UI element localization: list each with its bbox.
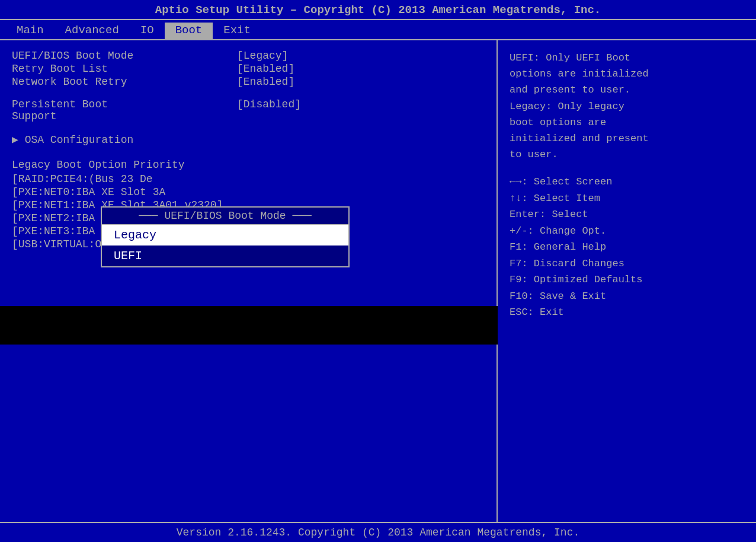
boot-item-0[interactable]: [RAID:PCIE4:(Bus 23 De <box>12 173 485 185</box>
popup-item-legacy[interactable]: Legacy <box>102 225 348 246</box>
bios-screen: Aptio Setup Utility – Copyright (C) 2013… <box>0 0 756 542</box>
nav-exit[interactable]: Exit <box>213 23 261 39</box>
right-panel: UEFI: Only UEFI Boot options are initial… <box>498 40 756 522</box>
key-select-screen: ←→: Select Screen <box>510 174 744 190</box>
key-f10-label: F10: Save & Exit <box>510 289 628 304</box>
black-bar-overlay <box>0 306 498 345</box>
uefi-bios-boot-mode-value: [Legacy] <box>237 50 288 62</box>
key-f7-label: F7: Discard Changes <box>510 256 628 272</box>
osa-configuration-row[interactable]: OSA Configuration <box>12 133 485 146</box>
popup-container: ─── UEFI/BIOS Boot Mode ─── Legacy UEFI <box>101 206 350 267</box>
key-updown-label: ↑↓: Select Item <box>510 191 628 206</box>
left-panel: UEFI/BIOS Boot Mode [Legacy] Retry Boot … <box>0 40 498 522</box>
nav-bar: Main Advanced IO Boot Exit <box>0 20 756 40</box>
footer: Version 2.16.1243. Copyright (C) 2013 Am… <box>0 522 756 542</box>
osa-configuration-label: OSA Configuration <box>12 133 237 146</box>
key-esc-label: ESC: Exit <box>510 305 628 320</box>
key-arrows-label: ←→: Select Screen <box>510 174 628 190</box>
network-boot-retry-value: [Enabled] <box>237 76 294 88</box>
uefi-bios-boot-mode-row[interactable]: UEFI/BIOS Boot Mode [Legacy] <box>12 50 485 62</box>
nav-boot[interactable]: Boot <box>165 23 213 39</box>
key-select-item: ↑↓: Select Item <box>510 191 744 206</box>
key-f1: F1: General Help <box>510 240 744 255</box>
title-text: Aptio Setup Utility – Copyright (C) 2013… <box>155 4 601 17</box>
popup-title: ─── UEFI/BIOS Boot Mode ─── <box>102 208 348 225</box>
spacer-2 <box>12 123 485 133</box>
key-esc: ESC: Exit <box>510 305 744 320</box>
title-bar: Aptio Setup Utility – Copyright (C) 2013… <box>0 0 756 20</box>
key-f7: F7: Discard Changes <box>510 256 744 272</box>
persistent-boot-support-row[interactable]: Persistent BootSupport [Disabled] <box>12 98 485 122</box>
nav-main[interactable]: Main <box>6 23 55 39</box>
legacy-boot-priority-label: Legacy Boot Option Priority <box>12 159 485 171</box>
popup-item-uefi[interactable]: UEFI <box>102 246 348 266</box>
key-change-opt: +/-: Change Opt. <box>510 224 744 239</box>
key-f1-label: F1: General Help <box>510 240 628 255</box>
persistent-boot-support-label: Persistent BootSupport <box>12 98 237 122</box>
key-f9: F9: Optimized Defaults <box>510 272 744 288</box>
key-enter: Enter: Select <box>510 207 744 222</box>
network-boot-retry-row[interactable]: Network Boot Retry [Enabled] <box>12 76 485 88</box>
boot-item-1[interactable]: [PXE:NET0:IBA XE Slot 3A <box>12 186 485 198</box>
uefi-bios-boot-mode-label: UEFI/BIOS Boot Mode <box>12 50 237 62</box>
network-boot-retry-label: Network Boot Retry <box>12 76 237 88</box>
nav-advanced[interactable]: Advanced <box>55 23 130 39</box>
key-plusminus-label: +/-: Change Opt. <box>510 224 628 239</box>
key-enter-label: Enter: Select <box>510 207 628 222</box>
popup-overlay: ─── UEFI/BIOS Boot Mode ─── Legacy UEFI <box>101 206 350 267</box>
spacer-1 <box>12 89 485 98</box>
retry-boot-list-row[interactable]: Retry Boot List [Enabled] <box>12 63 485 75</box>
retry-boot-list-label: Retry Boot List <box>12 63 237 75</box>
spacer-3 <box>12 147 485 157</box>
footer-text: Version 2.16.1243. Copyright (C) 2013 Am… <box>177 527 580 538</box>
help-text: UEFI: Only UEFI Boot options are initial… <box>510 50 744 162</box>
nav-io[interactable]: IO <box>130 23 165 39</box>
key-f9-label: F9: Optimized Defaults <box>510 272 642 288</box>
key-f10: F10: Save & Exit <box>510 289 744 304</box>
retry-boot-list-value: [Enabled] <box>237 63 294 75</box>
persistent-boot-support-value: [Disabled] <box>237 98 301 110</box>
main-content: UEFI/BIOS Boot Mode [Legacy] Retry Boot … <box>0 40 756 522</box>
